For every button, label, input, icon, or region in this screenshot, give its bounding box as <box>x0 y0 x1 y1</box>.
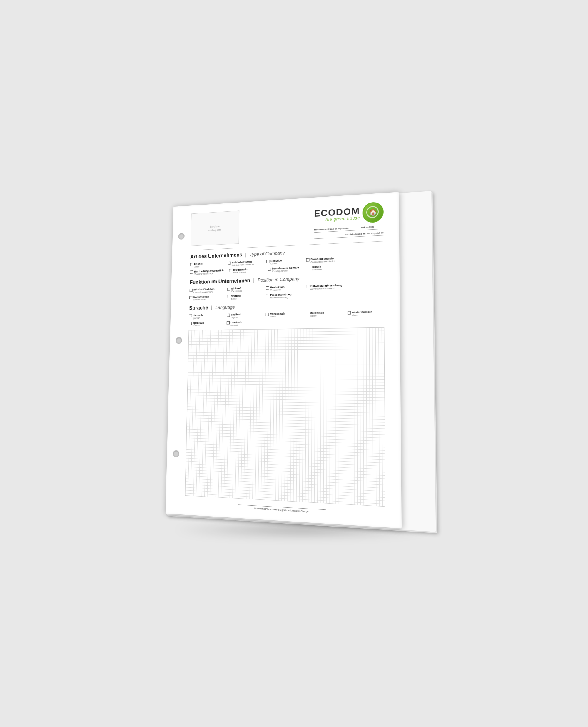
checkbox-box[interactable] <box>189 314 192 318</box>
list-item[interactable]: KonstruktionConstruction <box>189 295 222 301</box>
checkbox-box[interactable] <box>227 313 230 317</box>
section1-separator: | <box>245 252 247 257</box>
report-no-label: Messebericht Nr. <box>314 228 333 231</box>
section3-separator: | <box>211 304 213 310</box>
checkbox-label: italienischitalian <box>310 311 324 318</box>
checkbox-label: russischrussian <box>231 320 241 327</box>
header-section: brochure mailing card ECODOM the green h… <box>190 201 384 246</box>
section2-heading-de: Funktion im Unternehmen <box>190 278 250 285</box>
checkbox-label: HandelTrade <box>194 262 203 268</box>
date-en: Date <box>369 225 374 228</box>
checkbox-label: französischfrench <box>270 312 285 318</box>
checkbox-box[interactable] <box>189 322 192 325</box>
checkbox-box[interactable] <box>228 261 231 264</box>
checkbox-label: Presse/WerbungPress/Advertising <box>270 293 292 299</box>
date-label: Datum <box>361 226 369 229</box>
page-container: brochure mailing card ECODOM the green h… <box>162 195 426 533</box>
checkbox-label: ProduktionProduction <box>270 285 285 292</box>
list-item[interactable]: Presse/WerbungPress/Advertising <box>266 292 300 299</box>
checkbox-label: Behörde/InstitutAdministration/Institute <box>232 260 254 266</box>
checkbox-label: KonstruktionConstruction <box>193 295 209 301</box>
checkbox-box[interactable] <box>227 321 230 324</box>
checkbox-box[interactable] <box>348 311 351 314</box>
list-item[interactable]: englischenglish <box>227 312 260 319</box>
brochure-label: brochure mailing card <box>208 224 222 232</box>
list-item[interactable]: französischfrench <box>266 311 300 318</box>
brochure-card: brochure mailing card <box>190 211 239 246</box>
checkbox-box[interactable] <box>266 260 270 263</box>
checkbox-label: spanischspanish <box>193 321 204 327</box>
list-item[interactable]: Beratung beendetConsultation concluded <box>306 256 342 264</box>
checkbox-box[interactable] <box>229 269 232 272</box>
section3-checkboxes: deutschgermanenglischenglishfranzösischf… <box>189 309 384 327</box>
section1-heading-de: Art des Unternehmens <box>190 252 242 260</box>
checkbox-box[interactable] <box>227 287 230 291</box>
logo-section: ECODOM the green house 🏠 Messebericht Nr… <box>314 201 384 239</box>
checkbox-box[interactable] <box>268 267 271 271</box>
checkbox-label: englischenglish <box>231 313 241 319</box>
list-item[interactable]: VertriebSales <box>227 293 260 300</box>
list-item[interactable]: Entwicklung/ForschungDevelopment/Researc… <box>306 283 342 291</box>
list-item[interactable]: EinkaufPurchasing <box>227 286 260 293</box>
checkbox-label: EinkaufPurchasing <box>231 286 242 293</box>
list-item[interactable]: russischrussian <box>227 320 260 326</box>
section3-heading-en: Language <box>215 304 235 310</box>
logo-house-icon: 🏠 <box>369 208 377 216</box>
section3-heading-de: Sprache <box>189 304 208 311</box>
section2-heading-en: Position in Company: <box>257 276 300 282</box>
binder-hole-3 <box>173 450 179 457</box>
checkbox-label: SonstigeOthers <box>271 259 282 265</box>
checkbox-box[interactable] <box>266 286 269 289</box>
list-item[interactable]: niederländischdutch <box>348 309 384 317</box>
list-item[interactable]: ErstkontaktInitial contact <box>229 267 262 274</box>
list-item[interactable]: HandelTrade <box>190 261 222 269</box>
section2-checkboxes: Inhaber/DirektionOwner/managementEinkauf… <box>189 282 384 301</box>
list-item[interactable]: Bearbeitung erforderlichHandling necessa… <box>190 269 224 276</box>
checkbox-box[interactable] <box>189 296 192 299</box>
logo-text-block: ECODOM the green house <box>314 206 360 222</box>
checkbox-label: Inhaber/DirektionOwner/management <box>193 287 215 294</box>
checkbox-box[interactable] <box>266 294 269 297</box>
grid-paper-area <box>185 327 385 507</box>
list-item[interactable]: Inhaber/DirektionOwner/management <box>189 287 222 294</box>
binder-hole-1 <box>178 233 185 240</box>
checkbox-label: ErstkontaktInitial contact <box>233 268 248 274</box>
paper-main: brochure mailing card ECODOM the green h… <box>166 192 402 528</box>
date-field: Datum Date <box>361 225 374 229</box>
paper-stack: brochure mailing card ECODOM the green h… <box>166 190 435 530</box>
report-no-en: For Report No. <box>333 227 349 230</box>
report-no-field: Messebericht Nr. For Report No. <box>314 227 349 231</box>
list-item[interactable]: ProduktionProduction <box>266 284 300 292</box>
report-line: Messebericht Nr. For Report No. Datum Da… <box>314 225 384 233</box>
checkbox-box[interactable] <box>306 312 309 315</box>
dispatch-en: For dispatch to: <box>367 231 384 235</box>
binder-hole-2 <box>175 337 182 344</box>
checkbox-label: VertriebSales <box>231 294 241 300</box>
section2-separator: | <box>253 277 255 283</box>
list-item[interactable]: SonstigeOthers <box>266 258 300 265</box>
section1-heading-en: Type of Company <box>250 251 285 257</box>
checkbox-box[interactable] <box>308 266 311 269</box>
checkbox-label: niederländischdutch <box>352 310 373 317</box>
checkbox-label: deutschgerman <box>193 313 203 320</box>
section3-heading: Sprache | Language <box>189 300 384 311</box>
checkbox-label: Bearbeitung erforderlichHandling necessa… <box>194 269 224 276</box>
checkbox-label: Entwicklung/ForschungDevelopment/Researc… <box>311 283 342 291</box>
list-item[interactable]: italienischitalian <box>306 311 342 317</box>
checkbox-box[interactable] <box>190 271 193 274</box>
list-item[interactable]: Behörde/InstitutAdministration/Institute <box>228 260 261 267</box>
list-item[interactable]: spanischspanish <box>189 321 221 327</box>
checkbox-box[interactable] <box>190 263 193 266</box>
checkbox-box[interactable] <box>266 313 269 316</box>
checkbox-box[interactable] <box>306 285 309 288</box>
checkbox-box[interactable] <box>306 258 310 261</box>
checkbox-box[interactable] <box>227 295 230 298</box>
